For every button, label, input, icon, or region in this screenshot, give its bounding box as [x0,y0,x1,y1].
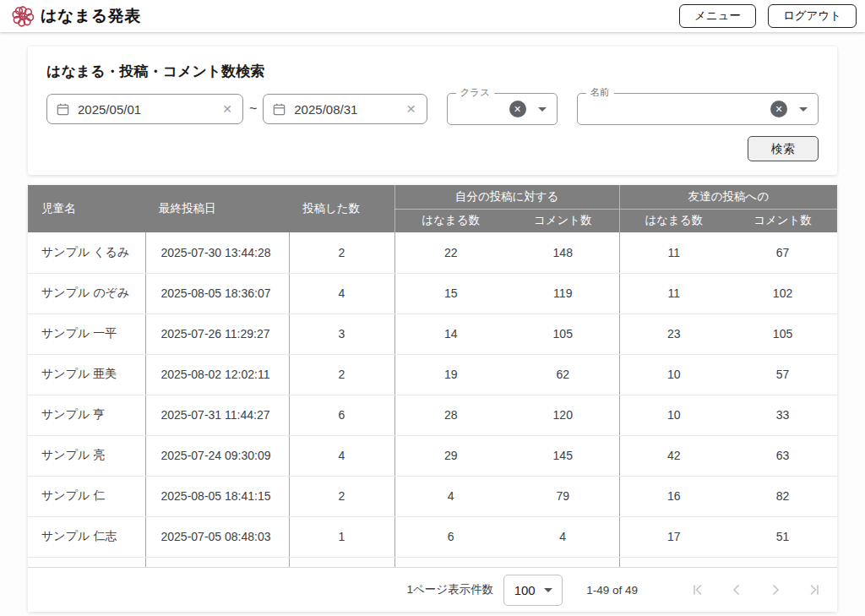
cell-child-name: サンプル 仁 [28,476,145,516]
cell-post-count: 4 [289,273,394,313]
search-heading: はなまる・投稿・コメント数検索 [46,62,819,81]
column-header-post-count: 投稿した数 [289,185,394,232]
cell-friends-comment-count: 102 [728,273,837,313]
per-page-select[interactable]: 100 [503,575,563,606]
per-page-value: 100 [514,583,536,597]
cell-friends-hanamaru-count: 11 [619,273,728,313]
cell-friends-hanamaru-count: 23 [619,313,728,354]
cell-child-name: サンプル 一平 [28,313,145,354]
app-bar: はなまる発表 メニュー ログアウト [0,0,865,32]
name-select[interactable]: 名前 ✕ [577,93,819,125]
clear-date-to-icon[interactable]: ✕ [405,102,418,116]
cell-own-hanamaru-count [394,557,507,567]
first-page-icon[interactable] [690,582,705,597]
cell-friends-hanamaru-count: 10 [619,354,728,395]
cell-last-post-date: 2025-07-31 11:44:27 [145,395,289,435]
results-table-card: 児童名 最終投稿日 投稿した数 自分の投稿に対する 友達の投稿への はなまる数 … [28,185,837,612]
cell-friends-hanamaru-count [619,557,728,567]
cell-child-name: サンプル くるみ [28,232,145,273]
cell-child-name: サンプル 亜美 [28,354,145,395]
group-header-friends-posts: 友達の投稿への [619,185,837,209]
cell-own-comment-count: 148 [507,232,619,273]
date-to-value: 2025/08/31 [294,102,405,117]
cell-post-count: 2 [289,476,394,516]
hanamaru-flower-logo-icon [10,3,35,29]
class-select[interactable]: クラス ✕ [447,93,558,125]
cell-last-post-date: 2025-08-02 12:02:11 [145,354,289,395]
name-select-label: 名前 [586,87,614,99]
cell-friends-comment-count: 51 [728,516,837,557]
sub-header-friends-comment-count: コメント数 [728,209,837,232]
table-row: サンプル 仁美 [28,557,837,567]
last-page-icon[interactable] [807,582,822,597]
cell-post-count: 2 [289,354,394,395]
clear-name-icon[interactable]: ✕ [770,101,787,117]
cell-own-comment-count: 4 [507,516,619,557]
cell-friends-hanamaru-count: 17 [619,516,728,557]
cell-own-comment-count: 145 [507,435,619,476]
logout-button[interactable]: ログアウト [768,4,857,28]
date-range-separator: ~ [249,101,257,117]
table-header: 児童名 最終投稿日 投稿した数 自分の投稿に対する 友達の投稿への はなまる数 … [28,185,837,232]
group-header-own-posts: 自分の投稿に対する [394,185,619,209]
chevron-down-icon [799,107,808,112]
next-page-icon[interactable] [768,582,783,597]
table-row: サンプル くるみ 2025-07-30 13:44:28 2 22 148 11… [28,232,837,273]
cell-friends-hanamaru-count: 42 [619,435,728,476]
column-header-last-post-date: 最終投稿日 [145,185,289,232]
results-table: 児童名 最終投稿日 投稿した数 自分の投稿に対する 友達の投稿への はなまる数 … [28,185,837,567]
date-to-input[interactable]: 2025/08/31 ✕ [263,94,427,124]
sub-header-own-hanamaru-count: はなまる数 [394,209,507,232]
menu-button[interactable]: メニュー [679,4,756,28]
app-title: はなまる発表 [41,5,141,27]
cell-own-comment-count: 105 [507,313,619,354]
calendar-icon [272,102,286,117]
cell-friends-hanamaru-count: 16 [619,476,728,516]
cell-own-comment-count: 79 [507,476,619,516]
cell-last-post-date: 2025-07-24 09:30:09 [145,435,289,476]
date-from-input[interactable]: 2025/05/01 ✕ [46,94,243,124]
cell-own-hanamaru-count: 6 [394,516,507,557]
cell-last-post-date: 2025-07-05 08:48:03 [145,516,289,557]
cell-own-hanamaru-count: 19 [394,354,507,395]
clear-date-from-icon[interactable]: ✕ [220,102,234,116]
cell-friends-comment-count: 63 [728,435,837,476]
pagination-range-text: 1-49 of 49 [586,584,638,597]
table-row: サンプル のぞみ 2025-08-05 18:36:07 4 15 119 11… [28,273,837,313]
cell-friends-comment-count: 33 [728,395,837,435]
cell-last-post-date [145,557,289,567]
cell-child-name: サンプル 仁志 [28,516,145,557]
date-from-value: 2025/05/01 [78,102,220,117]
cell-own-comment-count: 120 [507,395,619,435]
cell-friends-hanamaru-count: 11 [619,232,728,273]
cell-child-name: サンプル 亨 [28,395,145,435]
table-row: サンプル 仁志 2025-07-05 08:48:03 1 6 4 17 51 [28,516,837,557]
cell-own-hanamaru-count: 22 [394,232,507,273]
chevron-down-icon [544,588,552,592]
cell-own-comment-count [507,557,619,567]
cell-own-comment-count: 62 [507,354,619,395]
cell-friends-comment-count: 57 [728,354,837,395]
cell-friends-comment-count: 105 [728,313,837,354]
cell-child-name: サンプル 亮 [28,435,145,476]
cell-own-hanamaru-count: 4 [394,476,507,516]
search-button[interactable]: 検索 [748,136,819,161]
chevron-down-icon [538,107,547,112]
class-select-label: クラス [456,87,494,99]
cell-child-name: サンプル 仁美 [28,557,145,567]
cell-post-count: 2 [289,232,394,273]
cell-last-post-date: 2025-08-05 18:41:15 [145,476,289,516]
cell-last-post-date: 2025-07-30 13:44:28 [145,232,289,273]
pager-controls [666,582,822,597]
cell-post-count: 4 [289,435,394,476]
cell-post-count [289,557,394,567]
table-row: サンプル 一平 2025-07-26 11:29:27 3 14 105 23 … [28,313,837,354]
calendar-icon [56,102,70,117]
table-viewport: 児童名 最終投稿日 投稿した数 自分の投稿に対する 友達の投稿への はなまる数 … [28,185,837,567]
cell-post-count: 6 [289,395,394,435]
column-header-child-name: 児童名 [28,185,145,232]
cell-own-hanamaru-count: 29 [394,435,507,476]
cell-post-count: 1 [289,516,394,557]
previous-page-icon[interactable] [729,582,744,597]
clear-class-icon[interactable]: ✕ [509,101,526,117]
